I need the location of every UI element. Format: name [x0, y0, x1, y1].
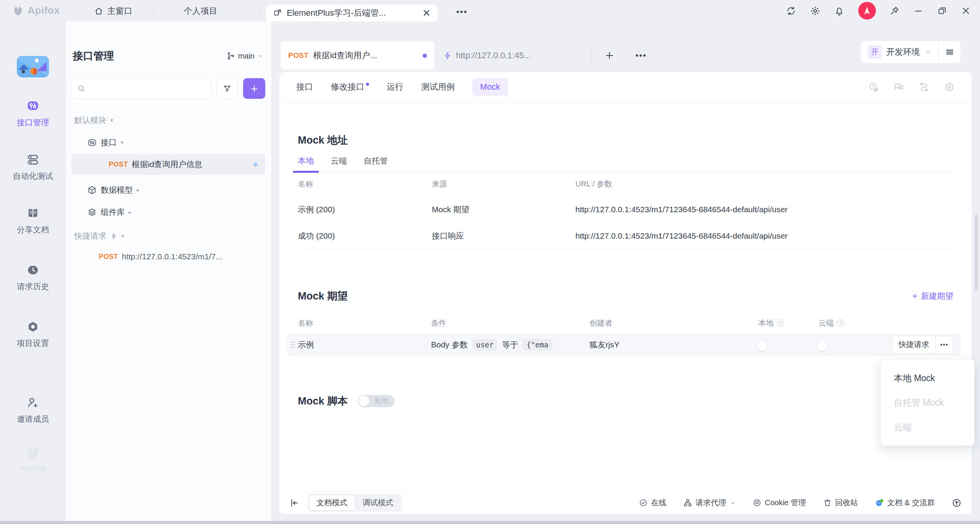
menu-item-cloud[interactable]: 云端 [881, 415, 974, 439]
layout-menu-button[interactable] [938, 41, 960, 63]
tree-folder-api[interactable]: 接口 ▾ [71, 137, 265, 148]
col-name: 名称 [298, 318, 431, 328]
trash-button[interactable]: 回收站 [823, 498, 858, 508]
collapse-sidebar-button[interactable] [289, 498, 299, 508]
check-circle-icon [639, 498, 648, 507]
debug-mode-button[interactable]: 调试模式 [355, 495, 401, 511]
tree-group-default-module[interactable]: 默认模块 ▾ [71, 115, 265, 126]
caret-down-icon: ▾ [121, 233, 124, 239]
main-tab-active[interactable]: POST 根据id查询用户... [281, 41, 434, 70]
rail-item-share-docs[interactable]: 分享文档 [17, 207, 49, 235]
refresh-icon[interactable] [786, 6, 796, 16]
help-icon[interactable]: ? [837, 319, 844, 327]
content-panel: 接口 修改接口 运行 测试用例 Mock Mock 地址 本地 [279, 72, 972, 514]
online-status[interactable]: 在线 [639, 498, 666, 508]
close-window-button[interactable] [961, 6, 971, 16]
rail-item-api-management[interactable]: 接口管理 [17, 99, 49, 128]
addr-tab-cloud[interactable]: 云端 [331, 156, 347, 166]
bottombar: 文档模式 调试模式 在线 请求代理 Cookie 管理 [279, 491, 972, 514]
window-tab[interactable]: ElementPlus学习-后端管... ✕ [266, 5, 438, 21]
rail-item-automation[interactable]: 自动化测试 [13, 153, 53, 182]
mock-address-section: Mock 地址 本地 云端 自托管 名称 来源 URL / 参数 示例 (200… [298, 133, 953, 249]
quick-request-split-button: 快捷请求 ••• [892, 336, 953, 354]
new-tab-button[interactable] [604, 41, 615, 70]
cell-name: 成功 (200) [298, 231, 432, 241]
history-edit-icon[interactable] [868, 82, 879, 92]
row-more-button[interactable]: ••• [935, 336, 953, 353]
tree-group-components[interactable]: 组件库 ▸ [71, 207, 265, 218]
pin-icon[interactable] [890, 6, 900, 16]
tab-close-button[interactable]: ✕ [422, 8, 431, 18]
settings-gear-icon[interactable] [810, 6, 820, 16]
topbar-more-button[interactable]: ••• [456, 7, 467, 17]
subtab-testcases[interactable]: 测试用例 [421, 81, 455, 93]
mock-expectation-section: Mock 期望 新建期望 名称 条件 创建者 本地? 云端? [298, 289, 953, 356]
menu-item-local-mock[interactable]: 本地 Mock [881, 366, 974, 390]
window-bottom-edge [0, 521, 980, 524]
search-input[interactable] [88, 84, 205, 93]
expectation-row[interactable]: 示例 Body 参数 user 等于 {"ema 狐友rjsY [287, 334, 961, 356]
scrollbar-thumb[interactable] [975, 215, 978, 291]
subtab-api[interactable]: 接口 [296, 81, 313, 93]
rail-item-project-settings[interactable]: 项目设置 [17, 320, 49, 349]
doc-mode-button[interactable]: 文档模式 [309, 495, 355, 511]
addr-tab-local[interactable]: 本地 [298, 156, 314, 166]
branch-selector[interactable]: main [227, 52, 264, 61]
menu-item-selfhosted-mock[interactable]: 自托管 Mock [881, 390, 974, 415]
tree-item-quick-post[interactable]: POST http://127.0.0.1:4523/m1/7... [71, 252, 265, 261]
main-tab-url[interactable]: http://127.0.0.1:45... [443, 41, 531, 70]
help-icon[interactable]: ? [777, 319, 784, 327]
quick-request-button[interactable]: 快捷请求 [892, 336, 935, 353]
api-plug-icon [26, 99, 40, 113]
personal-project-button[interactable]: 个人项目 [184, 4, 217, 18]
lightning-icon [110, 233, 118, 240]
add-api-button[interactable]: ＋ [243, 78, 265, 99]
caret-right-icon: ▸ [137, 187, 140, 193]
comments-icon[interactable] [893, 82, 904, 92]
col-cloud: 云端 [818, 318, 834, 328]
status-dot [253, 162, 258, 167]
proxy-menu[interactable]: 请求代理 [683, 498, 736, 508]
user-avatar[interactable] [858, 2, 876, 20]
environment-dropdown[interactable]: 开 开发环境 [861, 41, 938, 63]
condition-operator: 等于 [502, 339, 518, 350]
drag-handle-icon[interactable] [290, 341, 296, 349]
home-button[interactable]: 主窗口 [94, 4, 132, 18]
rail-item-request-history[interactable]: 请求历史 [17, 264, 49, 292]
tree-group-data-models[interactable]: 数据模型 ▸ [71, 185, 265, 195]
col-name: 名称 [298, 179, 432, 189]
subtab-run[interactable]: 运行 [387, 81, 403, 93]
clock-icon [26, 264, 39, 277]
mock-expectation-heading: Mock 期望 [298, 289, 348, 303]
filter-button[interactable] [216, 78, 238, 99]
caret-down-icon: ▾ [121, 139, 124, 146]
environment-selector: 开 开发环境 [861, 41, 961, 64]
share-route-icon[interactable] [919, 82, 929, 92]
minimize-button[interactable] [913, 6, 923, 16]
left-rail: 接口管理 自动化测试 分享文档 请求历史 项目设置 邀请成员 Apifox [0, 21, 66, 524]
hexagon-settings-icon [26, 320, 39, 333]
col-condition: 条件 [431, 318, 590, 328]
apifox-logo-icon [12, 5, 24, 16]
rail-item-invite-members[interactable]: 邀请成员 [17, 396, 49, 424]
address-table-row[interactable]: 示例 (200) Mock 期望 http://127.0.0.1:4523/m… [298, 196, 953, 223]
home-icon [94, 7, 103, 16]
addr-tab-selfhosted[interactable]: 自托管 [364, 156, 388, 166]
tree-group-quick-request[interactable]: 快捷请求 ▾ [71, 231, 265, 241]
tree-item-post-user[interactable]: POST 根据id查询用户信息 [71, 154, 265, 175]
scroll-top-button[interactable] [952, 498, 962, 508]
mock-script-toggle[interactable]: 关闭 [358, 395, 395, 407]
subtab-mock[interactable]: Mock [472, 78, 508, 96]
notifications-bell-icon[interactable] [834, 6, 844, 16]
address-table-row[interactable]: 成功 (200) 接口响应 http://127.0.0.1:4523/m1/7… [298, 223, 953, 249]
docs-group-link[interactable]: 文档 & 交流群 [875, 498, 935, 508]
new-expectation-button[interactable]: 新建期望 [911, 291, 953, 301]
mock-content: Mock 地址 本地 云端 自托管 名称 来源 URL / 参数 示例 (200… [279, 133, 972, 408]
cookie-manager[interactable]: Cookie 管理 [753, 498, 806, 508]
project-avatar[interactable] [17, 56, 49, 77]
restore-button[interactable] [937, 6, 947, 16]
search-icon [77, 84, 85, 93]
tab-list-more-button[interactable]: ••• [635, 41, 647, 70]
settings-nut-icon[interactable] [944, 82, 955, 92]
subtab-edit[interactable]: 修改接口 [331, 81, 369, 93]
